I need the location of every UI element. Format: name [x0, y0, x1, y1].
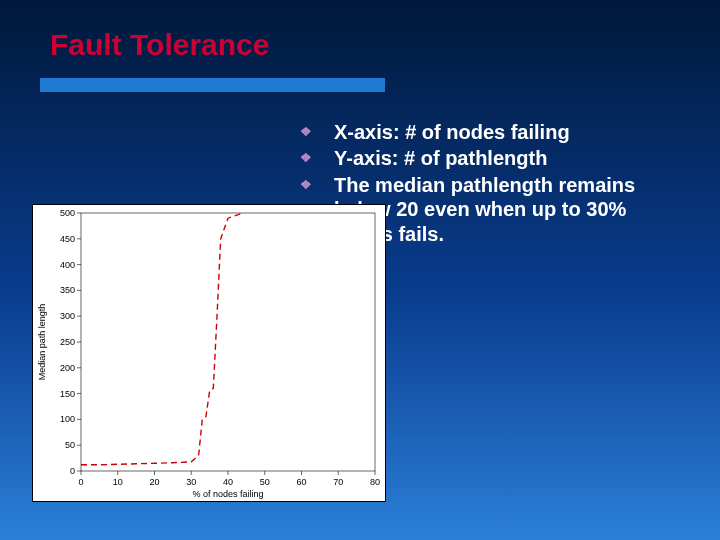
- diamond-bullet-icon: ❖: [300, 146, 334, 170]
- svg-text:50: 50: [65, 440, 75, 450]
- svg-text:100: 100: [60, 414, 75, 424]
- svg-text:10: 10: [113, 477, 123, 487]
- svg-text:50: 50: [260, 477, 270, 487]
- svg-rect-0: [81, 213, 375, 471]
- svg-text:350: 350: [60, 285, 75, 295]
- title-underline: [40, 78, 385, 92]
- bullet-item: ❖ Y-axis: # of pathlength: [300, 146, 680, 170]
- bullet-text: Y-axis: # of pathlength: [334, 146, 680, 170]
- svg-text:300: 300: [60, 311, 75, 321]
- svg-text:40: 40: [223, 477, 233, 487]
- svg-text:0: 0: [78, 477, 83, 487]
- chart-svg: 0501001502002503003504004505000102030405…: [33, 205, 385, 501]
- bullet-text: X-axis: # of nodes failing: [334, 120, 680, 144]
- slide: Fault Tolerance ❖ X-axis: # of nodes fai…: [0, 0, 720, 540]
- svg-text:250: 250: [60, 337, 75, 347]
- svg-text:80: 80: [370, 477, 380, 487]
- svg-text:200: 200: [60, 363, 75, 373]
- svg-text:20: 20: [149, 477, 159, 487]
- svg-text:70: 70: [333, 477, 343, 487]
- svg-text:450: 450: [60, 234, 75, 244]
- diamond-bullet-icon: ❖: [300, 120, 334, 144]
- slide-title: Fault Tolerance: [50, 28, 270, 62]
- svg-text:400: 400: [60, 260, 75, 270]
- svg-text:% of nodes failing: % of nodes failing: [192, 489, 263, 499]
- bullet-item: ❖ X-axis: # of nodes failing: [300, 120, 680, 144]
- svg-text:500: 500: [60, 208, 75, 218]
- svg-text:60: 60: [296, 477, 306, 487]
- svg-text:0: 0: [70, 466, 75, 476]
- svg-text:Median path length: Median path length: [37, 304, 47, 381]
- svg-text:30: 30: [186, 477, 196, 487]
- chart: 0501001502002503003504004505000102030405…: [32, 204, 386, 502]
- svg-text:150: 150: [60, 389, 75, 399]
